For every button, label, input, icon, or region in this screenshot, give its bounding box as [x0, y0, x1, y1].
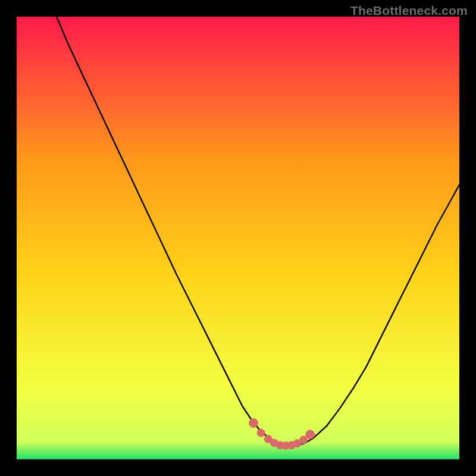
- attribution-text: TheBottleneck.com: [350, 4, 468, 18]
- plot-area: [17, 17, 459, 459]
- chart-frame: TheBottleneck.com: [0, 0, 476, 476]
- curve-marker: [300, 436, 308, 444]
- curve-marker: [249, 419, 258, 428]
- curve-marker: [306, 430, 315, 439]
- gradient-background: [17, 17, 459, 459]
- curve-marker: [257, 429, 265, 437]
- plot-svg: [17, 17, 459, 459]
